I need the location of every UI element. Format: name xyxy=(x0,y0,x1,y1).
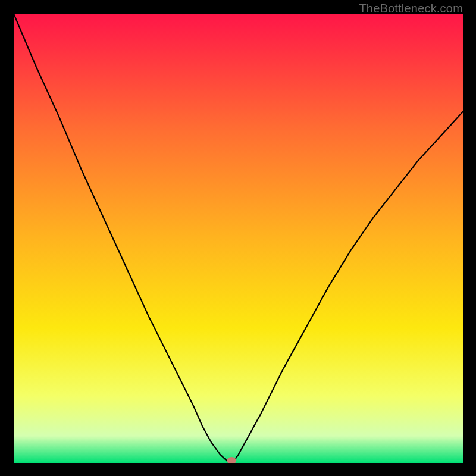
plot-area xyxy=(14,14,463,463)
gradient-background xyxy=(14,14,463,463)
chart-svg xyxy=(14,14,463,463)
chart-frame: TheBottleneck.com xyxy=(0,0,476,476)
watermark-text: TheBottleneck.com xyxy=(359,2,463,15)
